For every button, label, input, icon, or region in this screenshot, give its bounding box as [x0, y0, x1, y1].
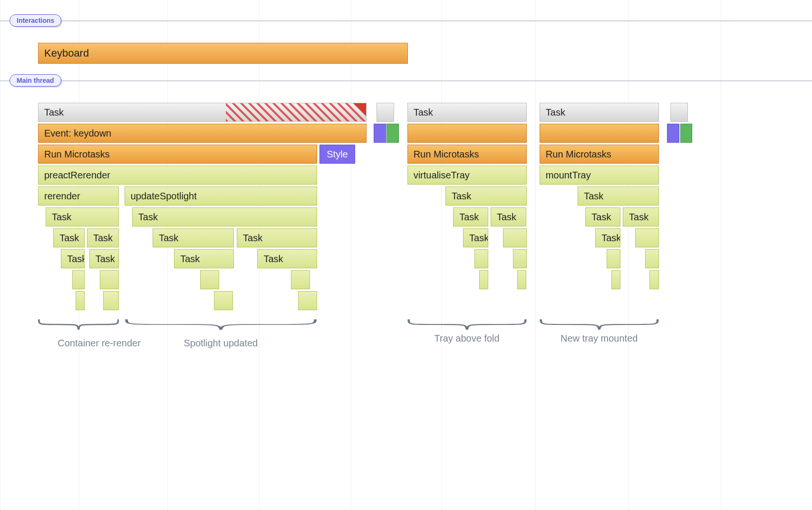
a-r7-l1[interactable]: Task	[53, 228, 85, 247]
c-task-overflow[interactable]	[670, 103, 688, 122]
a-r10-l1[interactable]	[76, 291, 85, 310]
c-r8-l[interactable]	[607, 249, 620, 268]
b-r7-r[interactable]	[503, 228, 527, 247]
c-r8-r[interactable]	[645, 249, 659, 268]
interaction-keyboard[interactable]: Keyboard	[38, 43, 408, 64]
b-r5[interactable]: Task	[445, 186, 526, 206]
b-r9-l[interactable]	[479, 270, 488, 289]
brace-tray-mount	[540, 319, 659, 330]
flame-canvas: Keyboard Task Event: keydown Run Microta…	[38, 0, 802, 510]
c-style-chip[interactable]	[667, 124, 679, 143]
c-r7-r[interactable]	[635, 228, 659, 247]
b-r9-r[interactable]	[517, 270, 526, 289]
b-microtasks[interactable]: Run Microtasks	[407, 145, 527, 164]
c-r6-r[interactable]: Task	[623, 207, 659, 226]
a-r6-right[interactable]: Task	[132, 207, 317, 226]
c-r9-l[interactable]	[611, 270, 620, 289]
a-task-overflow[interactable]	[377, 103, 394, 122]
a-r8-r2[interactable]: Task	[257, 249, 317, 268]
a-r6-left[interactable]: Task	[46, 207, 119, 226]
b-event[interactable]	[407, 124, 527, 143]
a-r9-l2[interactable]	[100, 270, 119, 289]
a-r7-r1[interactable]: Task	[153, 228, 233, 247]
a-event-keydown[interactable]: Event: keydown	[38, 124, 367, 143]
c-event[interactable]	[540, 124, 659, 143]
c-r6-l[interactable]: Task	[585, 207, 620, 226]
c-r7[interactable]: Task	[595, 228, 620, 247]
a-r9-r2[interactable]	[291, 270, 310, 289]
long-task-triangle	[354, 103, 366, 116]
brace-container	[38, 319, 119, 330]
brace-spotlight	[125, 319, 317, 330]
brace-tray-above	[407, 319, 527, 330]
b-r8-l[interactable]	[474, 249, 488, 268]
a-r8-l2[interactable]: Task	[89, 249, 119, 268]
c-r5[interactable]: Task	[578, 186, 658, 206]
a-r9-l1[interactable]	[72, 270, 85, 289]
a-r10-r2[interactable]	[298, 291, 317, 310]
a-style[interactable]: Style	[319, 145, 356, 164]
a-task[interactable]: Task	[38, 103, 367, 122]
a-microtasks[interactable]: Run Microtasks	[38, 145, 317, 164]
a-r8-l1[interactable]: Task	[61, 249, 85, 268]
a-update-spotlight[interactable]: updateSpotlight	[125, 186, 317, 206]
b-task[interactable]: Task	[407, 103, 527, 122]
b-virtualise-tray[interactable]: virtualiseTray	[407, 166, 527, 185]
c-task[interactable]: Task	[540, 103, 659, 122]
a-r9-r1[interactable]	[200, 270, 219, 289]
label-tray-above: Tray above fold	[407, 333, 527, 344]
label-tray-mount: New tray mounted	[540, 333, 659, 344]
c-paint-chip[interactable]	[680, 124, 693, 143]
label-spotlight: Spotlight updated	[125, 338, 317, 349]
c-microtasks[interactable]: Run Microtasks	[540, 145, 659, 164]
a-r7-l2[interactable]: Task	[87, 228, 119, 247]
b-r8-r[interactable]	[513, 249, 527, 268]
a-r10-r1[interactable]	[214, 291, 233, 310]
b-r6-r[interactable]: Task	[491, 207, 527, 226]
a-rerender[interactable]: rerender	[38, 186, 119, 206]
c-mount-tray[interactable]: mountTray	[540, 166, 659, 185]
a-r8-r1[interactable]: Task	[174, 249, 233, 268]
b-r6-l[interactable]: Task	[453, 207, 488, 226]
a-task-label: Task	[44, 107, 64, 118]
c-r9-r[interactable]	[649, 270, 658, 289]
b-r7[interactable]: Task	[463, 228, 488, 247]
a-r7-r2[interactable]: Task	[237, 228, 317, 247]
a-paint-chip[interactable]	[387, 124, 399, 143]
a-r10-l2[interactable]	[103, 291, 119, 310]
a-style-chip[interactable]	[374, 124, 386, 143]
gridline	[0, 0, 0, 510]
long-task-indicator	[226, 103, 366, 121]
a-preact-rerender[interactable]: preactRerender	[38, 166, 317, 185]
